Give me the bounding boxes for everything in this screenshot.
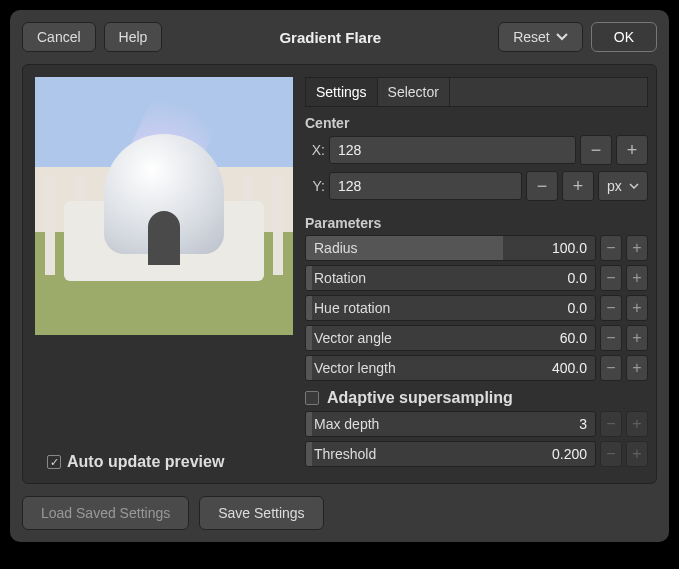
checkbox-checked-icon: ✓ [47,455,61,469]
param-value: 400.0 [552,360,587,376]
threshold-increment[interactable]: + [626,441,648,467]
threshold-label: Threshold [314,446,376,462]
tab-selector[interactable]: Selector [378,78,450,106]
param-decrement[interactable]: − [600,355,622,381]
param-slider-1[interactable]: Rotation0.0 [305,265,596,291]
threshold-slider[interactable]: Threshold 0.200 [305,441,596,467]
param-slider-0[interactable]: Radius100.0 [305,235,596,261]
threshold-value: 0.200 [552,446,587,462]
param-slider-4[interactable]: Vector length400.0 [305,355,596,381]
left-column: ✓ Auto update preview [35,77,293,471]
param-label: Vector angle [314,330,392,346]
minus-icon: − [537,176,548,197]
y-input[interactable] [329,172,522,200]
param-label: Hue rotation [314,300,390,316]
param-increment[interactable]: + [626,325,648,351]
param-decrement[interactable]: − [600,235,622,261]
param-value: 100.0 [552,240,587,256]
x-decrement-button[interactable]: − [580,135,612,165]
footer: Load Saved Settings Save Settings [22,496,657,530]
y-label: Y: [305,178,325,194]
adaptive-label: Adaptive supersampling [327,389,513,407]
main-panel: ✓ Auto update preview Settings Selector … [22,64,657,484]
param-increment[interactable]: + [626,235,648,261]
y-decrement-button[interactable]: − [526,171,558,201]
x-increment-button[interactable]: + [616,135,648,165]
tab-bar: Settings Selector [305,77,648,107]
plus-icon: + [627,140,638,161]
auto-update-label: Auto update preview [67,453,224,471]
threshold-decrement[interactable]: − [600,441,622,467]
param-label: Vector length [314,360,396,376]
param-decrement[interactable]: − [600,325,622,351]
param-decrement[interactable]: − [600,265,622,291]
cancel-button[interactable]: Cancel [22,22,96,52]
right-column: Settings Selector Center X: − + Y: − + p… [305,77,648,471]
chevron-down-icon [556,33,568,41]
max-depth-value: 3 [579,416,587,432]
minus-icon: − [591,140,602,161]
reset-label: Reset [513,29,550,45]
titlebar: Cancel Help Gradient Flare Reset OK [22,22,657,52]
plus-icon: + [573,176,584,197]
adaptive-supersampling-row[interactable]: Adaptive supersampling [305,389,648,407]
parameters-section-title: Parameters [305,215,648,231]
param-label: Rotation [314,270,366,286]
ok-button[interactable]: OK [591,22,657,52]
auto-update-row[interactable]: ✓ Auto update preview [47,453,293,471]
max-depth-slider[interactable]: Max depth 3 [305,411,596,437]
dialog-title: Gradient Flare [170,29,490,46]
param-increment[interactable]: + [626,295,648,321]
help-button[interactable]: Help [104,22,163,52]
chevron-down-icon [629,183,639,189]
max-depth-label: Max depth [314,416,379,432]
param-decrement[interactable]: − [600,295,622,321]
param-value: 60.0 [560,330,587,346]
unit-value: px [607,178,622,194]
reset-button[interactable]: Reset [498,22,583,52]
param-label: Radius [314,240,358,256]
max-depth-decrement[interactable]: − [600,411,622,437]
preview-image[interactable] [35,77,293,335]
y-increment-button[interactable]: + [562,171,594,201]
param-value: 0.0 [568,300,587,316]
param-increment[interactable]: + [626,355,648,381]
load-settings-button[interactable]: Load Saved Settings [22,496,189,530]
x-label: X: [305,142,325,158]
center-section-title: Center [305,115,648,131]
param-increment[interactable]: + [626,265,648,291]
param-slider-2[interactable]: Hue rotation0.0 [305,295,596,321]
tab-settings[interactable]: Settings [306,78,378,106]
param-slider-3[interactable]: Vector angle60.0 [305,325,596,351]
save-settings-button[interactable]: Save Settings [199,496,323,530]
dialog-window: Cancel Help Gradient Flare Reset OK ✓ Au… [10,10,669,542]
unit-select[interactable]: px [598,171,648,201]
max-depth-increment[interactable]: + [626,411,648,437]
param-value: 0.0 [568,270,587,286]
checkbox-unchecked-icon [305,391,319,405]
x-input[interactable] [329,136,576,164]
